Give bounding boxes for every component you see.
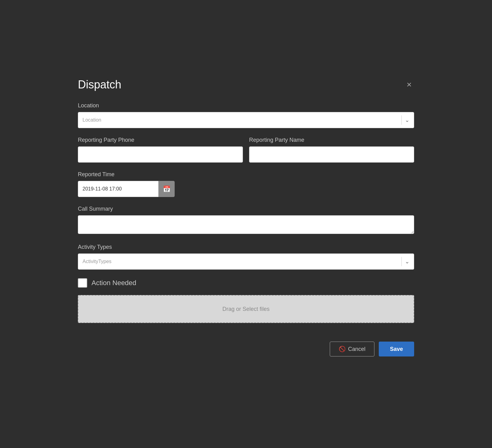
modal-title: Dispatch <box>78 78 121 91</box>
datetime-wrapper: 📅 <box>78 181 414 197</box>
reporting-party-phone-input[interactable] <box>78 146 243 163</box>
calendar-icon: 📅 <box>163 185 171 193</box>
location-placeholder: Location <box>83 117 101 123</box>
call-summary-label: Call Summary <box>78 206 414 212</box>
location-label: Location <box>78 102 414 109</box>
dispatch-modal: Dispatch × Location Location ⌄ Reporting… <box>69 69 423 379</box>
chevron-down-icon: ⌄ <box>405 117 409 123</box>
footer-buttons: 🚫 Cancel Save <box>78 342 414 356</box>
activity-types-select[interactable]: ActivityTypes ⌄ <box>78 253 414 270</box>
location-select[interactable]: Location ⌄ <box>78 112 414 128</box>
reporting-party-name-input[interactable] <box>249 146 414 163</box>
calendar-button[interactable]: 📅 <box>159 181 175 197</box>
activity-types-placeholder: ActivityTypes <box>83 259 111 264</box>
reported-time-input[interactable] <box>78 181 159 197</box>
reporting-party-name-col: Reporting Party Name <box>249 137 414 163</box>
activity-types-label: Activity Types <box>78 244 414 250</box>
activity-types-section: Activity Types ActivityTypes ⌄ <box>78 244 414 270</box>
call-summary-input[interactable] <box>78 215 414 234</box>
select-divider <box>401 115 402 125</box>
chevron-down-icon-2: ⌄ <box>405 258 409 265</box>
activity-types-select-wrapper[interactable]: ActivityTypes ⌄ <box>78 253 414 270</box>
reporting-party-phone-col: Reporting Party Phone <box>78 137 243 163</box>
call-summary-section: Call Summary <box>78 206 414 235</box>
reporting-party-name-label: Reporting Party Name <box>249 137 414 143</box>
action-needed-row: Action Needed <box>78 278 414 288</box>
action-needed-checkbox[interactable] <box>78 278 87 288</box>
location-select-wrapper[interactable]: Location ⌄ <box>78 112 414 128</box>
cancel-icon: 🚫 <box>339 346 346 352</box>
save-button[interactable]: Save <box>379 342 414 356</box>
reporting-party-row: Reporting Party Phone Reporting Party Na… <box>78 137 414 163</box>
select-divider-2 <box>401 257 402 266</box>
drop-zone-text: Drag or Select files <box>222 306 270 312</box>
cancel-label: Cancel <box>348 346 365 352</box>
location-section: Location Location ⌄ <box>78 102 414 128</box>
reported-time-label: Reported Time <box>78 171 414 178</box>
file-drop-zone[interactable]: Drag or Select files <box>78 295 414 323</box>
action-needed-label: Action Needed <box>92 279 136 287</box>
modal-header: Dispatch × <box>78 78 414 91</box>
reporting-party-phone-label: Reporting Party Phone <box>78 137 243 143</box>
close-button[interactable]: × <box>404 79 414 90</box>
cancel-button[interactable]: 🚫 Cancel <box>330 342 374 356</box>
reported-time-section: Reported Time 📅 <box>78 171 414 197</box>
